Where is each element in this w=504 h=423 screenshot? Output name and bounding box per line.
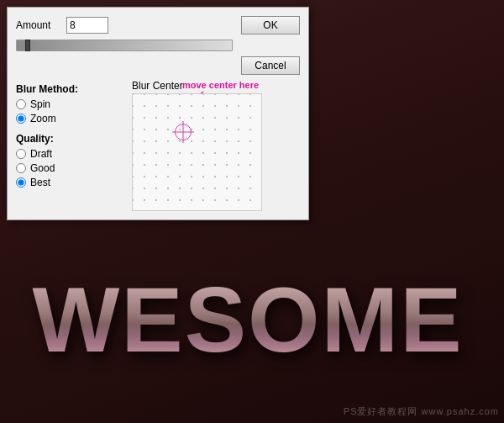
wesome-text-container: WESOME xyxy=(0,266,504,373)
draft-radio[interactable] xyxy=(16,149,26,159)
best-label: Best xyxy=(30,177,50,188)
spin-label: Spin xyxy=(30,98,50,110)
cancel-button[interactable]: Cancel xyxy=(241,56,300,75)
good-label: Good xyxy=(30,162,55,174)
spin-radio-row: Spin xyxy=(16,98,125,110)
draft-radio-row: Draft xyxy=(16,148,125,160)
right-panel: move center here Blur Center xyxy=(132,78,300,211)
quality-label: Quality: xyxy=(16,133,125,145)
left-panel: Blur Method: Spin Zoom Quality: Draft Go… xyxy=(16,78,125,211)
good-radio[interactable] xyxy=(16,163,26,173)
amount-slider-row xyxy=(16,40,300,51)
best-radio-row: Best xyxy=(16,177,125,188)
spin-radio[interactable] xyxy=(16,99,26,109)
amount-label: Amount xyxy=(16,19,66,31)
wesome-text: WESOME xyxy=(32,266,463,373)
radial-blur-dialog: Amount OK Cancel Blur Method: Spin Zoom xyxy=(7,7,309,220)
blur-method-label: Blur Method: xyxy=(16,83,125,95)
amount-slider-track[interactable] xyxy=(16,40,233,51)
watermark: PS爱好者教程网 www.psahz.com xyxy=(344,405,499,418)
zoom-label: Zoom xyxy=(30,113,56,124)
draft-label: Draft xyxy=(30,148,52,160)
amount-row: Amount OK xyxy=(16,16,300,34)
best-radio[interactable] xyxy=(16,177,26,188)
ok-button[interactable]: OK xyxy=(241,16,300,34)
amount-input[interactable] xyxy=(66,17,108,34)
good-radio-row: Good xyxy=(16,162,125,174)
blur-center-crosshair[interactable] xyxy=(175,124,192,140)
annotation-text: move center here xyxy=(182,80,259,90)
blur-center-grid[interactable] xyxy=(132,93,262,211)
zoom-radio[interactable] xyxy=(16,114,26,124)
amount-slider-thumb[interactable] xyxy=(25,40,30,51)
dialog-main: Blur Method: Spin Zoom Quality: Draft Go… xyxy=(16,78,300,211)
zoom-radio-row: Zoom xyxy=(16,113,125,124)
